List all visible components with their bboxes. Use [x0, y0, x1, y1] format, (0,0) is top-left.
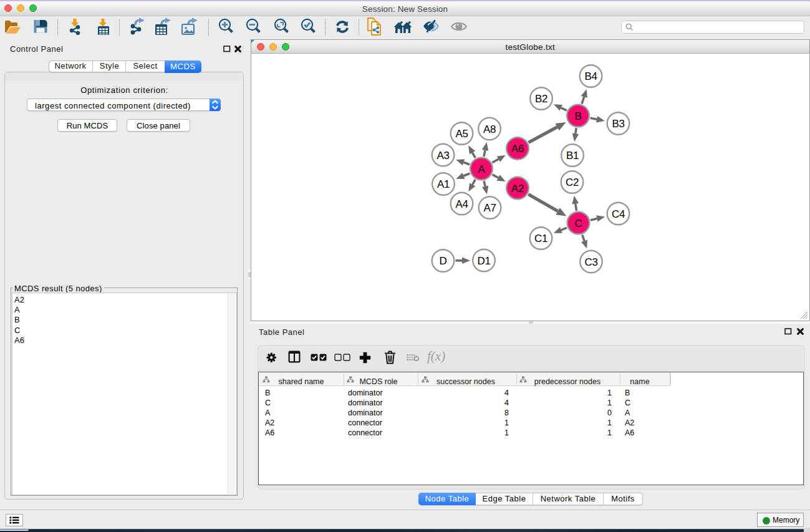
- svg-text:C: C: [575, 218, 582, 230]
- svg-text:D1: D1: [478, 255, 491, 267]
- svg-text:C3: C3: [585, 256, 598, 268]
- svg-text:A2: A2: [511, 183, 524, 195]
- svg-text:A7: A7: [484, 202, 496, 214]
- svg-text:A8: A8: [483, 123, 496, 135]
- svg-text:C2: C2: [566, 177, 579, 188]
- svg-text:C1: C1: [534, 233, 547, 244]
- svg-text:A3: A3: [437, 150, 450, 162]
- svg-text:B: B: [575, 110, 582, 122]
- svg-text:B2: B2: [535, 93, 547, 105]
- svg-text:A: A: [478, 163, 486, 175]
- svg-text:D: D: [440, 255, 447, 267]
- svg-text:B4: B4: [585, 70, 597, 82]
- svg-text:C4: C4: [612, 208, 625, 220]
- svg-text:A1: A1: [437, 178, 450, 190]
- svg-text:A6: A6: [511, 143, 524, 155]
- svg-text:A4: A4: [456, 198, 468, 210]
- svg-text:A5: A5: [456, 128, 468, 140]
- svg-text:B3: B3: [612, 118, 625, 130]
- svg-text:B1: B1: [566, 150, 579, 162]
